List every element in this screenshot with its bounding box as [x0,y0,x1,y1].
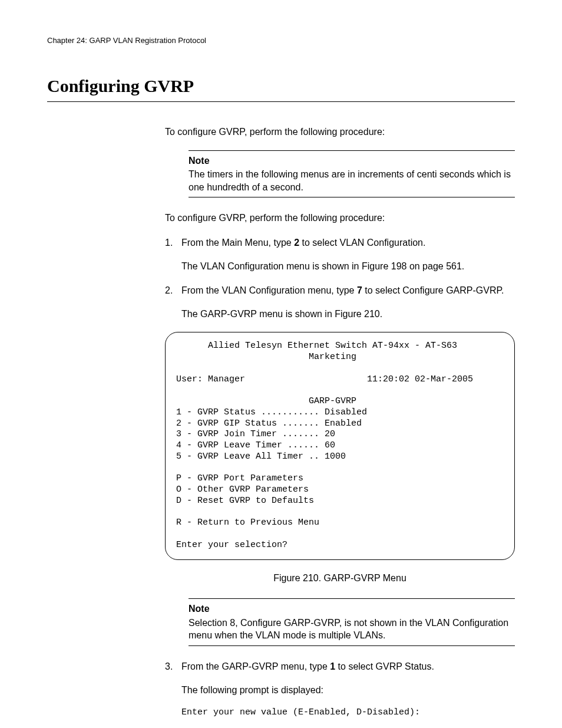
note-box-1: Note The timers in the following menus a… [189,150,515,198]
terminal-line: 3 - GVRP Join Timer ....... 20 [176,429,335,439]
step-text: From the VLAN Configuration menu, type 7… [181,285,504,295]
note-text: The timers in the following menus are in… [189,169,511,192]
note-text: Selection 8, Configure GARP-GVRP, is not… [189,618,508,641]
body-column: To configure GVRP, perform the following… [165,126,515,719]
cli-prompt: Enter your new value (E-Enabled, D-Disab… [181,707,515,719]
step-number: 3. [165,660,173,673]
procedure-list: 1. From the Main Menu, type 2 to select … [165,236,515,320]
step-text: From the GARP-GVRP menu, type 1 to selec… [181,661,434,671]
terminal-line: 5 - GVRP Leave All Timer .. 1000 [176,452,346,462]
terminal-line: GARP-GVRP [176,396,356,406]
step-sub: The VLAN Configuration menu is shown in … [181,260,515,273]
figure-caption: Figure 210. GARP-GVRP Menu [165,572,515,585]
chapter-header: Chapter 24: GARP VLAN Registration Proto… [47,35,515,46]
terminal-line: D - Reset GVRP to Defaults [176,496,314,506]
note-label: Note [189,602,515,615]
step-number: 2. [165,284,173,297]
step-sub: The following prompt is displayed: [181,684,515,697]
note-box-2: Note Selection 8, Configure GARP-GVRP, i… [189,598,515,646]
terminal-line: 2 - GVRP GIP Status ....... Enabled [176,419,362,429]
step-number: 1. [165,236,173,249]
note-label: Note [189,154,515,167]
terminal-line: 1 - GVRP Status ........... Disabled [176,407,367,417]
terminal-line: O - Other GVRP Parameters [176,485,309,495]
terminal-line: 4 - GVRP Leave Timer ...... 60 [176,440,335,450]
step-1: 1. From the Main Menu, type 2 to select … [165,236,515,272]
step-3: 3. From the GARP-GVRP menu, type 1 to se… [165,660,515,719]
title-rule [47,101,515,102]
terminal-line: Enter your selection? [176,540,287,550]
intro-paragraph-2: To configure GVRP, perform the following… [165,212,515,225]
terminal-line: P - GVRP Port Parameters [176,473,303,483]
intro-paragraph: To configure GVRP, perform the following… [165,126,515,139]
terminal-line: Marketing [176,352,356,362]
procedure-list-cont: 3. From the GARP-GVRP menu, type 1 to se… [165,660,515,719]
step-text: From the Main Menu, type 2 to select VLA… [181,238,425,248]
terminal-line: R - Return to Previous Menu [176,518,319,528]
terminal-screenshot: Allied Telesyn Ethernet Switch AT-94xx -… [165,332,515,559]
step-2: 2. From the VLAN Configuration menu, typ… [165,284,515,320]
step-sub: The GARP-GVRP menu is shown in Figure 21… [181,308,515,321]
page-title: Configuring GVRP [47,74,515,98]
terminal-line: User: Manager 11:20:02 02-Mar-2005 [176,374,473,384]
terminal-line: Allied Telesyn Ethernet Switch AT-94xx -… [176,341,457,351]
